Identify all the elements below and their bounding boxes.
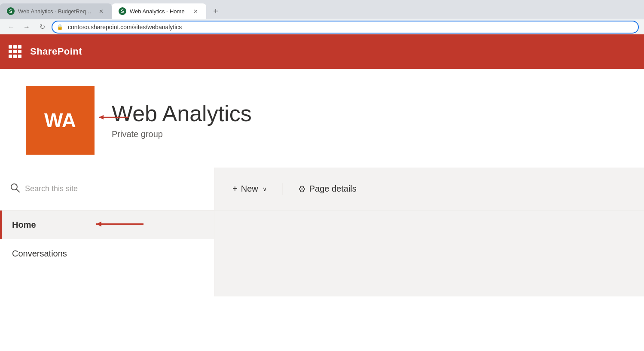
tab-budget[interactable]: S Web Analytics - BudgetRequests ✕ <box>0 3 112 19</box>
sidebar-item-home-label: Home <box>12 220 36 230</box>
site-logo-text: WA <box>44 109 76 132</box>
waffle-dot <box>18 45 21 49</box>
waffle-dot <box>18 55 21 58</box>
content-area: Search this site Home Conversations <box>0 168 644 296</box>
forward-button[interactable]: → <box>21 21 33 33</box>
sharepoint-logo-text: SharePoint <box>30 46 82 57</box>
new-plus-icon: + <box>232 184 238 194</box>
tab-title-budget: Web Analytics - BudgetRequests <box>18 8 94 15</box>
tab-home[interactable]: S Web Analytics - Home ✕ <box>112 3 206 19</box>
page-details-label: Page details <box>309 184 357 194</box>
svg-marker-7 <box>96 221 101 226</box>
waffle-dot <box>9 45 12 49</box>
waffle-dot <box>18 50 21 53</box>
svg-line-5 <box>17 189 20 192</box>
sidebar-item-home[interactable]: Home <box>0 211 214 239</box>
site-subtitle: Private group <box>112 129 252 139</box>
search-icon <box>10 183 20 195</box>
waffle-menu-icon[interactable] <box>9 45 21 58</box>
waffle-dot <box>13 55 17 58</box>
toolbar-separator <box>282 183 283 195</box>
logo-arrow-annotation <box>95 112 133 124</box>
page-details-settings-icon: ⚙ <box>298 184 306 194</box>
waffle-dot <box>9 55 12 58</box>
address-bar-row: ← → ↻ 🔒 <box>0 19 644 34</box>
sidebar-item-conversations-label: Conversations <box>12 249 67 259</box>
tab-close-budget[interactable]: ✕ <box>97 7 105 15</box>
nav-items: Home Conversations <box>0 211 214 296</box>
toolbar: + New ∨ ⚙ Page details <box>214 168 644 211</box>
lock-icon: 🔒 <box>57 24 63 30</box>
site-header: WA Web Analytics Private group <box>0 69 644 168</box>
tab-favicon-budget: S <box>7 7 15 15</box>
sidebar: Search this site Home Conversations <box>0 168 214 296</box>
new-button[interactable]: + New ∨ <box>227 180 272 197</box>
main-content: + New ∨ ⚙ Page details <box>214 168 644 296</box>
new-label: New <box>241 184 258 194</box>
new-chevron-icon: ∨ <box>262 186 267 192</box>
waffle-dot <box>9 50 12 53</box>
tab-title-home: Web Analytics - Home <box>130 8 188 15</box>
home-arrow-annotation <box>92 218 148 232</box>
new-tab-button[interactable]: + <box>208 3 223 19</box>
site-logo: WA <box>26 86 95 155</box>
search-bar[interactable]: Search this site <box>0 168 214 211</box>
tab-favicon-home: S <box>119 7 126 15</box>
browser-chrome: S Web Analytics - BudgetRequests ✕ S Web… <box>0 0 644 34</box>
svg-marker-3 <box>99 115 104 119</box>
tab-bar: S Web Analytics - BudgetRequests ✕ S Web… <box>0 0 644 19</box>
reload-button[interactable]: ↻ <box>36 21 48 33</box>
address-input[interactable] <box>52 21 639 34</box>
waffle-dot <box>13 50 17 53</box>
sharepoint-header: SharePoint <box>0 34 644 69</box>
page-details-button[interactable]: ⚙ Page details <box>293 180 362 198</box>
sidebar-item-conversations[interactable]: Conversations <box>0 239 214 268</box>
address-container: 🔒 <box>52 21 639 34</box>
search-placeholder: Search this site <box>25 184 78 193</box>
waffle-dot <box>13 45 17 49</box>
tab-close-home[interactable]: ✕ <box>192 7 199 15</box>
back-button[interactable]: ← <box>5 21 17 33</box>
